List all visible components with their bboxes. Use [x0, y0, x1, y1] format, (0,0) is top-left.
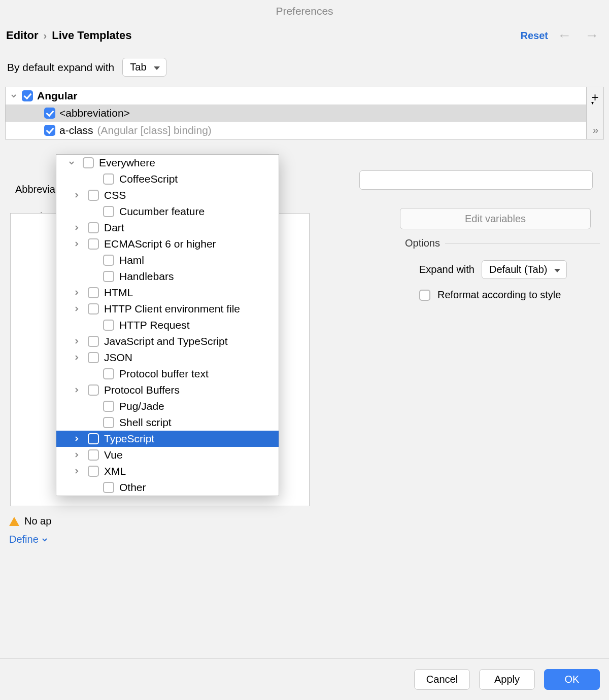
apply-button[interactable]: Apply: [479, 669, 535, 690]
tree-tools: +▾ ››: [586, 87, 603, 139]
chevron-right-icon: ›: [44, 30, 47, 42]
context-checkbox[interactable]: [88, 303, 99, 314]
context-checkbox[interactable]: [88, 190, 99, 201]
context-checkbox[interactable]: [103, 417, 114, 428]
options-panel: Options Expand with Default (Tab) Reform…: [405, 237, 600, 308]
context-checkbox[interactable]: [103, 255, 114, 266]
context-checkbox[interactable]: [88, 336, 99, 347]
context-checkbox[interactable]: [103, 320, 114, 331]
context-label: XML: [104, 465, 126, 477]
context-popup[interactable]: EverywhereCoffeeScriptCSSCucumber featur…: [56, 154, 279, 496]
chevron-down-icon[interactable]: [62, 160, 78, 166]
context-item[interactable]: Handlebars: [56, 268, 279, 285]
context-item[interactable]: Shell script: [56, 414, 279, 431]
context-item[interactable]: JSON: [56, 349, 279, 366]
expand-with-select[interactable]: Default (Tab): [482, 260, 567, 279]
context-checkbox[interactable]: [83, 157, 94, 168]
context-item[interactable]: Vue: [56, 447, 279, 463]
divider: [445, 243, 600, 243]
context-item[interactable]: XML: [56, 463, 279, 479]
context-checkbox[interactable]: [88, 222, 99, 233]
chevron-right-icon[interactable]: [62, 192, 83, 198]
context-item[interactable]: Protocol Buffers: [56, 382, 279, 398]
default-expand-select[interactable]: Tab: [122, 58, 166, 77]
context-checkbox[interactable]: [103, 368, 114, 379]
context-item[interactable]: CSS: [56, 187, 279, 203]
chevron-right-icon[interactable]: [62, 387, 83, 393]
breadcrumb-current: Live Templates: [52, 29, 131, 42]
chevron-right-icon[interactable]: [62, 436, 83, 442]
chevron-right-icon[interactable]: [62, 225, 83, 231]
context-item[interactable]: ECMAScript 6 or higher: [56, 236, 279, 252]
item-label: <abbreviation>: [59, 107, 130, 119]
breadcrumb-parent[interactable]: Editor: [6, 29, 39, 42]
context-label: JSON: [104, 352, 132, 364]
context-label: JavaScript and TypeScript: [104, 335, 228, 347]
chevron-right-icon[interactable]: [62, 452, 83, 458]
context-checkbox[interactable]: [88, 287, 99, 298]
expand-with-label: Expand with: [419, 264, 475, 275]
context-item[interactable]: Cucumber feature: [56, 203, 279, 220]
context-item[interactable]: Everywhere: [56, 155, 279, 171]
chevron-down-icon[interactable]: [10, 93, 18, 99]
context-item[interactable]: Haml: [56, 252, 279, 268]
context-item[interactable]: Pug/Jade: [56, 398, 279, 414]
context-checkbox[interactable]: [88, 433, 99, 444]
item-checkbox[interactable]: [44, 108, 55, 119]
chevron-right-icon[interactable]: [62, 241, 83, 247]
context-checkbox[interactable]: [88, 449, 99, 461]
context-item[interactable]: HTTP Client environment file: [56, 301, 279, 317]
context-checkbox[interactable]: [88, 238, 99, 250]
abbreviation-label: Abbrevia: [7, 172, 63, 198]
context-label: Other: [119, 481, 146, 494]
group-checkbox[interactable]: [22, 90, 33, 101]
context-label: ECMAScript 6 or higher: [104, 238, 216, 250]
cancel-button[interactable]: Cancel: [414, 669, 470, 690]
context-checkbox[interactable]: [103, 206, 114, 217]
context-item[interactable]: HTML: [56, 285, 279, 301]
template-item[interactable]: <abbreviation>: [6, 104, 603, 122]
warning-text: No ap: [24, 515, 51, 527]
add-icon[interactable]: +▾: [589, 87, 600, 106]
context-item[interactable]: Protocol buffer text: [56, 366, 279, 382]
context-label: Cucumber feature: [119, 205, 205, 218]
description-input[interactable]: [359, 170, 593, 190]
context-checkbox[interactable]: [88, 384, 99, 396]
warning-row: No ap: [9, 515, 51, 527]
context-item[interactable]: HTTP Request: [56, 317, 279, 333]
reset-button[interactable]: Reset: [521, 30, 548, 42]
context-item[interactable]: JavaScript and TypeScript: [56, 333, 279, 349]
template-group[interactable]: Angular: [6, 87, 603, 104]
ok-button[interactable]: OK: [544, 669, 600, 690]
context-checkbox[interactable]: [103, 482, 114, 493]
reformat-checkbox[interactable]: [419, 290, 430, 301]
context-checkbox[interactable]: [88, 466, 99, 477]
context-checkbox[interactable]: [103, 173, 114, 185]
expand-icon[interactable]: ››: [591, 121, 599, 139]
chevron-right-icon[interactable]: [62, 468, 83, 474]
group-label: Angular: [37, 90, 77, 102]
dialog-footer: Cancel Apply OK: [0, 658, 609, 700]
options-title: Options: [405, 237, 440, 249]
forward-icon[interactable]: →: [581, 27, 603, 44]
context-checkbox[interactable]: [103, 401, 114, 412]
context-item[interactable]: TypeScript: [56, 431, 279, 447]
context-item[interactable]: CoffeeScript: [56, 171, 279, 187]
chevron-right-icon[interactable]: [62, 338, 83, 344]
define-link[interactable]: Define: [9, 534, 48, 545]
context-item[interactable]: Other: [56, 479, 279, 496]
context-label: Shell script: [119, 416, 172, 429]
edit-variables-button[interactable]: Edit variables: [400, 208, 591, 229]
templates-tree[interactable]: Angular <abbreviation> a-class (Angular …: [5, 87, 604, 139]
context-checkbox[interactable]: [103, 271, 114, 282]
chevron-right-icon[interactable]: [62, 306, 83, 312]
breadcrumb: Editor › Live Templates Reset ← →: [0, 27, 609, 58]
item-checkbox[interactable]: [44, 125, 55, 136]
back-icon[interactable]: ←: [553, 27, 576, 44]
context-label: Protocol Buffers: [104, 384, 180, 396]
chevron-right-icon[interactable]: [62, 290, 83, 296]
context-item[interactable]: Dart: [56, 220, 279, 236]
chevron-right-icon[interactable]: [62, 355, 83, 361]
template-item[interactable]: a-class (Angular [class] binding): [6, 122, 603, 139]
context-checkbox[interactable]: [88, 352, 99, 363]
